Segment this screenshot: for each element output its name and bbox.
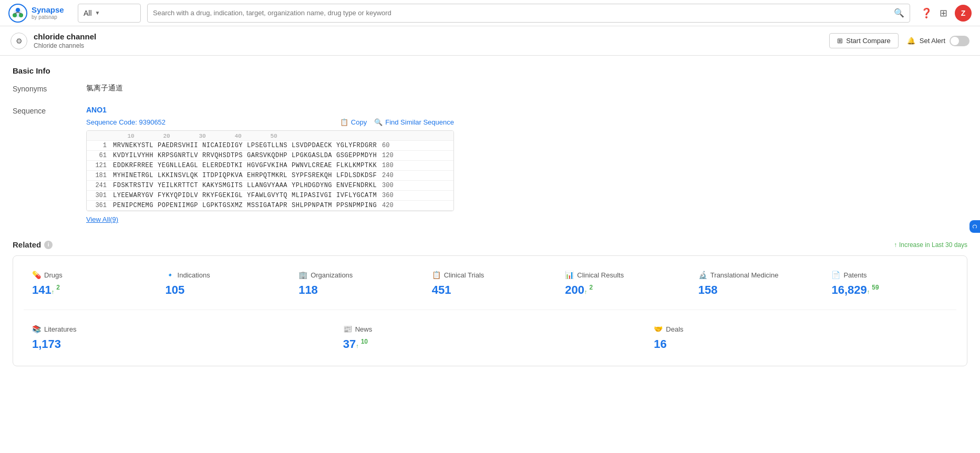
logo-name: Synapse xyxy=(32,6,64,15)
search-bar[interactable]: 🔍 xyxy=(147,4,910,23)
related-item[interactable]: 📋 Clinical Trials 451 xyxy=(424,266,557,301)
entity-title: chloride channel xyxy=(34,32,96,41)
ruler-50: 50 xyxy=(256,133,292,139)
set-alert-row: 🔔 Set Alert xyxy=(907,36,969,46)
start-compare-button[interactable]: ⊞ Start Compare xyxy=(829,33,899,48)
related-item-name: Deals xyxy=(666,325,683,333)
related-item[interactable]: 📄 Patents 16,829↑59 xyxy=(823,266,956,301)
sub-header: ⚙ chloride channel Chloride channels ⊞ S… xyxy=(0,26,980,56)
related-item-icon: 📊 xyxy=(565,271,574,279)
increase-label: ↑ Increase in Last 30 days xyxy=(894,241,967,249)
related-info-icon[interactable]: i xyxy=(44,241,53,249)
related-item-label: 🏢 Organizations xyxy=(298,271,415,279)
seq-row-content: LYEEWARYGVFYKYQPIDLVRKYFGEKIGLYFAWLGVYTQ… xyxy=(113,192,377,199)
related-item-icon: 📚 xyxy=(32,325,41,333)
seq-code-link[interactable]: Sequence Code: 9390652 xyxy=(86,118,166,126)
table-row: 301 LYEEWARYGVFYKYQPIDLVRKYFGEKIGLYFAWLG… xyxy=(87,191,453,201)
related-item[interactable]: 🔹 Indications 105 xyxy=(157,266,291,301)
related-item[interactable]: 🤝 Deals 16 xyxy=(645,321,956,355)
related-item[interactable]: 💊 Drugs 141↑2 xyxy=(24,266,157,301)
search-icon: 🔍 xyxy=(894,8,904,18)
seq-row-start: 1 xyxy=(87,142,113,149)
related-item-label: 📄 Patents xyxy=(831,271,948,279)
svg-point-3 xyxy=(13,13,17,17)
synonyms-value: 氯离子通道 xyxy=(86,84,123,93)
avatar[interactable]: Z xyxy=(955,5,972,22)
related-item-name: Organizations xyxy=(311,271,353,279)
sequence-row: Sequence ANO1 Sequence Code: 9390652 📋 C… xyxy=(13,106,967,228)
seq-row-end: 120 xyxy=(377,152,398,159)
seq-row-content: EDDKRFRREEYEGNLLEAGLELERDEDTKIHGVGFVKIHA… xyxy=(113,162,377,169)
related-item-label: 📰 News xyxy=(343,325,637,333)
seq-row-start: 121 xyxy=(87,162,113,169)
increase-count: 59 xyxy=(872,284,879,291)
related-item[interactable]: 📚 Literatures 1,173 xyxy=(24,321,335,355)
bell-icon: 🔔 xyxy=(907,37,915,45)
seq-chunk: MSSIGATAPR xyxy=(247,202,287,209)
related-item-label: 📋 Clinical Trials xyxy=(432,271,549,279)
seq-row-end: 240 xyxy=(377,172,398,179)
related-item-count: 105 xyxy=(166,283,282,297)
alert-toggle[interactable] xyxy=(950,36,969,46)
related-item-count: 16 xyxy=(654,337,948,351)
header: Synapse by patsnap All ▼ 🔍 ❓ ⊞ Z xyxy=(0,0,980,26)
seq-chunk: EHRPQTMKRL xyxy=(247,172,287,179)
related-item-name: Literatures xyxy=(44,325,76,333)
seq-chunk: YEGNLLEAGL xyxy=(158,162,198,169)
related-item-label: 📊 Clinical Results xyxy=(565,271,682,279)
increase-count: 2 xyxy=(56,284,60,291)
related-item[interactable]: 📰 News 37↑10 xyxy=(335,321,646,355)
increase-arrow-icon: ↑ xyxy=(356,343,359,349)
seq-row-content: FDSKTRSTIVYEILKRTTCTKAKYSMGITSLLANGVYAAA… xyxy=(113,182,377,189)
main-content: Basic Info Synonyms 氯离子通道 Sequence ANO1 … xyxy=(0,56,980,453)
table-row: 61 KVDYILVYHHKRPSGNRTLVRRVQHSDTPSGARSVKQ… xyxy=(87,151,453,161)
seq-row-end: 420 xyxy=(377,202,398,209)
view-all-link[interactable]: View All(9) xyxy=(86,215,118,223)
set-alert-label: Set Alert xyxy=(920,37,945,45)
ruler-40: 40 xyxy=(220,133,256,139)
compare-icon: ⊞ xyxy=(837,37,843,45)
related-item[interactable]: 🔬 Translational Medicine 158 xyxy=(690,266,823,301)
search-category-value: All xyxy=(84,9,92,17)
seq-chunk: POPENIIMGP xyxy=(158,202,198,209)
seq-row-end: 180 xyxy=(377,162,398,169)
seq-chunk: PPSNPMPING xyxy=(336,202,377,209)
floating-badge[interactable]: C xyxy=(969,220,980,233)
find-similar-button[interactable]: 🔍 Find Similar Sequence xyxy=(374,118,454,126)
related-item-count: 1,173 xyxy=(32,337,326,351)
seq-chunk: KVDYILVYHH xyxy=(113,152,153,159)
seq-chunk: LGPKTGSXMZ xyxy=(202,202,243,209)
copy-label: Copy xyxy=(351,118,367,126)
related-item-name: News xyxy=(355,325,373,333)
search-category-dropdown[interactable]: All ▼ xyxy=(78,4,141,23)
sequence-box[interactable]: 10 20 30 40 50 1 MRVNEKYSTLPAEDRSVHIINIC… xyxy=(86,130,454,211)
related-item-count: 16,829↑59 xyxy=(831,283,948,297)
seq-row-end: 60 xyxy=(377,142,398,149)
seq-chunk: MLIPASIVGI xyxy=(292,192,332,199)
grid-menu-button[interactable]: ⊞ xyxy=(940,7,947,19)
related-item[interactable]: 🏢 Organizations 118 xyxy=(290,266,424,301)
related-grid-bottom: 📚 Literatures 1,173 📰 News 37↑10 🤝 Deals… xyxy=(24,321,956,355)
seq-chunk: PENIPCMEMG xyxy=(113,202,153,209)
seq-row-content: KVDYILVYHHKRPSGNRTLVRRVQHSDTPSGARSVKQDHP… xyxy=(113,152,377,159)
related-card: 💊 Drugs 141↑2 🔹 Indications 105 🏢 Organi… xyxy=(13,255,967,366)
increase-arrow-icon: ↑ xyxy=(584,289,587,295)
related-item-icon: 🔹 xyxy=(166,271,174,279)
synonyms-label: Synonyms xyxy=(13,84,86,93)
ruler-20: 20 xyxy=(149,133,184,139)
related-item[interactable]: 📊 Clinical Results 200↑2 xyxy=(556,266,690,301)
divider xyxy=(24,310,956,310)
find-similar-label: Find Similar Sequence xyxy=(385,118,454,126)
gene-link[interactable]: ANO1 xyxy=(86,106,107,114)
seq-meta: Sequence Code: 9390652 📋 Copy 🔍 Find Sim… xyxy=(86,118,454,126)
entity-icon: ⚙ xyxy=(11,33,27,49)
seq-row-content: MRVNEKYSTLPAEDRSVHIINICAIEDIGYLPSEGTLLNS… xyxy=(113,142,377,149)
help-button[interactable]: ❓ xyxy=(921,7,932,19)
related-label: Related xyxy=(13,240,41,249)
search-similar-icon: 🔍 xyxy=(374,118,383,126)
related-item-count: 200↑2 xyxy=(565,283,682,297)
related-grid-top: 💊 Drugs 141↑2 🔹 Indications 105 🏢 Organi… xyxy=(24,266,956,301)
search-input[interactable] xyxy=(153,9,894,17)
copy-button[interactable]: 📋 Copy xyxy=(340,118,367,126)
related-item-name: Indications xyxy=(178,271,210,279)
